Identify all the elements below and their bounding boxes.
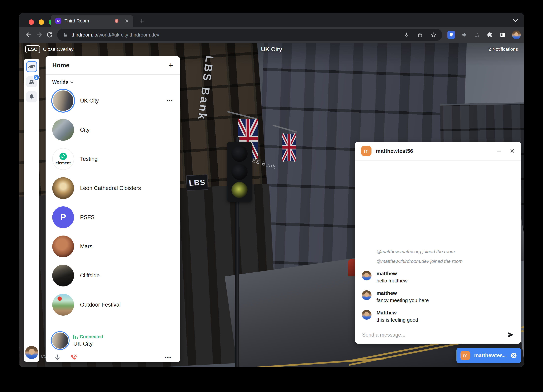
side-panel-icon[interactable]	[499, 32, 506, 38]
world-more-button[interactable]: •••	[167, 98, 173, 103]
world-avatar: P	[52, 206, 74, 228]
message-text: fancy meeting you here	[377, 297, 429, 303]
world-list-item[interactable]: Outdoor Festival	[45, 290, 180, 319]
world-name: Outdoor Festival	[80, 301, 121, 308]
chat-peer-name: matthewtest56	[376, 148, 413, 154]
union-jack-flag-small	[282, 133, 296, 162]
element-logo-word: element	[56, 161, 71, 165]
microphone-button[interactable]	[54, 354, 61, 361]
close-window-button[interactable]	[29, 19, 34, 25]
new-tab-button[interactable]	[137, 17, 146, 25]
world-name: Leon Cathedral Cloisters	[80, 185, 141, 191]
chat-message-list[interactable]: @matthew:matrix.org joined the room@matt…	[355, 160, 521, 326]
page-title: Home	[52, 62, 69, 69]
world-avatar	[52, 177, 74, 199]
lock-icon	[63, 32, 68, 37]
element-logo: element	[53, 148, 74, 170]
address-bar[interactable]: thirdroom.io/world/#uk-city:thirdroom.de…	[57, 29, 442, 41]
world-list-item[interactable]: Mars	[45, 232, 180, 261]
end-call-button[interactable]	[510, 352, 517, 359]
worlds-section-label: Worlds	[52, 80, 68, 85]
tab-search-chevron-icon[interactable]	[513, 17, 518, 22]
overlay-top-bar: ESC Close Overlay UK City 2 Notification…	[19, 44, 524, 55]
url-text: thirdroom.io/world/#uk-city:thirdroom.de…	[72, 32, 159, 38]
world-list-item[interactable]: Leon Cathedral Cloisters	[45, 174, 180, 203]
chat-peer-avatar: m	[361, 146, 372, 156]
connected-world-avatar	[51, 332, 69, 349]
browser-profile-avatar[interactable]	[512, 30, 521, 39]
close-overlay-label[interactable]: Close Overlay	[43, 46, 74, 52]
message-sender-name: matthew	[377, 271, 407, 276]
message-text: hello matthew	[377, 278, 407, 284]
world-avatar	[52, 236, 74, 257]
reload-button[interactable]	[44, 30, 55, 40]
lbs-sign: LBS	[186, 174, 208, 191]
send-message-button[interactable]	[508, 331, 514, 338]
worlds-section-header[interactable]: Worlds	[45, 75, 180, 86]
recycle-extension-icon[interactable]	[474, 32, 481, 38]
message-input[interactable]	[362, 332, 504, 338]
chat-input-row	[355, 326, 521, 344]
home-panel-header: Home +	[45, 56, 180, 74]
chat-message: matthew fancy meeting you here	[362, 290, 514, 303]
world-avatar: element	[52, 148, 74, 170]
world-avatar	[52, 294, 74, 316]
message-text: this is feeling good	[377, 317, 418, 323]
esc-key-badge[interactable]: ESC	[25, 45, 40, 53]
call-peer-avatar: m	[460, 351, 470, 360]
world-list-item[interactable]: Cliffside	[45, 261, 180, 290]
tab-media-capture-icon	[115, 19, 119, 23]
notifications-count[interactable]: 2 Notifications	[488, 46, 518, 52]
tab-close-button[interactable]	[125, 19, 129, 23]
world-list-item[interactable]: UK City •••	[45, 86, 180, 115]
world-list-item[interactable]: City	[45, 115, 180, 144]
minimize-chat-button[interactable]	[497, 151, 501, 151]
create-world-button[interactable]: +	[169, 61, 173, 69]
close-chat-button[interactable]	[510, 148, 515, 153]
tab-strip: Third Room	[19, 13, 524, 27]
world-name: City	[80, 127, 90, 133]
voice-search-mic-icon[interactable]	[404, 32, 409, 38]
world-avatar-initial: P	[60, 212, 66, 222]
browser-tab[interactable]: Third Room	[51, 15, 133, 27]
world-list-item[interactable]: element Testing	[45, 144, 180, 174]
world-name: UK City	[80, 97, 99, 104]
chat-window: m matthewtest56 @matthew:matrix.org join…	[355, 142, 521, 344]
bitwarden-extension-icon[interactable]	[447, 31, 455, 39]
sidebar-item-friends[interactable]: 2	[26, 76, 37, 87]
world-name: Testing	[80, 156, 98, 162]
bookmark-star-icon[interactable]	[431, 32, 437, 38]
world-name: Mars	[80, 243, 92, 250]
extension-icons	[447, 30, 524, 39]
tab-favicon-icon	[55, 18, 61, 24]
active-call-pill[interactable]: m matthewtes...	[456, 348, 521, 363]
left-sidebar: 2	[24, 59, 39, 362]
call-more-options-button[interactable]: •••	[165, 355, 171, 360]
window-controls	[29, 19, 54, 25]
chat-header: m matthewtest56	[355, 142, 521, 160]
user-avatar[interactable]	[25, 346, 38, 359]
browser-window: Third Room third	[19, 13, 524, 367]
element-logo-icon	[59, 153, 67, 160]
thirdroom-viewport[interactable]: LBS Bank LBS LBS Bank es ES	[19, 43, 524, 367]
chevron-down-icon	[70, 80, 73, 83]
room-event-text: @matthew:matrix.org joined the room	[362, 249, 514, 254]
minimize-window-button[interactable]	[39, 19, 44, 25]
share-icon[interactable]	[417, 32, 423, 38]
bell-icon	[28, 93, 35, 100]
hangup-call-button[interactable]	[70, 353, 77, 361]
sidebar-item-notifications[interactable]	[26, 91, 37, 102]
message-sender-name: matthew	[377, 290, 429, 296]
extension-icon-gray[interactable]	[461, 32, 468, 38]
message-sender-avatar	[362, 290, 372, 300]
forward-button[interactable]	[34, 30, 44, 40]
connected-world-name: UK City	[73, 341, 103, 347]
browser-toolbar: thirdroom.io/world/#uk-city:thirdroom.de…	[19, 27, 524, 43]
extensions-puzzle-icon[interactable]	[486, 32, 493, 38]
room-event-text: @matthew:thirdroom.dev joined the room	[362, 259, 514, 264]
sidebar-item-worlds[interactable]	[26, 61, 37, 72]
friends-badge: 2	[33, 74, 40, 80]
back-button[interactable]	[24, 30, 34, 40]
world-list-item[interactable]: P PSFS	[45, 203, 180, 232]
connection-status: Connected	[80, 334, 103, 339]
